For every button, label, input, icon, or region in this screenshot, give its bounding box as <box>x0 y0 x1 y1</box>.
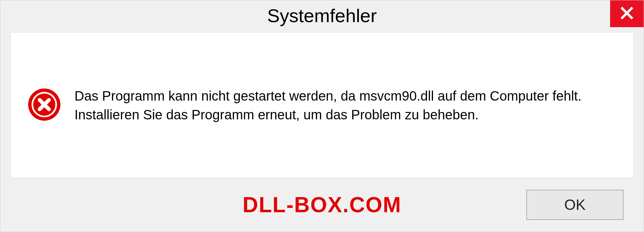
ok-button[interactable]: OK <box>526 190 624 220</box>
ok-button-label: OK <box>564 196 586 213</box>
dialog-title: Systemfehler <box>267 5 377 26</box>
error-icon <box>28 88 61 123</box>
error-dialog: Systemfehler Das Programm kann nicht ges… <box>0 0 644 232</box>
content-panel: Das Programm kann nicht gestartet werden… <box>10 32 634 178</box>
title-bar: Systemfehler <box>0 0 644 31</box>
close-icon <box>620 6 634 21</box>
close-button[interactable] <box>610 0 644 27</box>
watermark-text: DLL-BOX.COM <box>243 192 401 217</box>
error-message: Das Programm kann nicht gestartet werden… <box>74 86 616 124</box>
dialog-footer: DLL-BOX.COM OK <box>0 185 644 232</box>
